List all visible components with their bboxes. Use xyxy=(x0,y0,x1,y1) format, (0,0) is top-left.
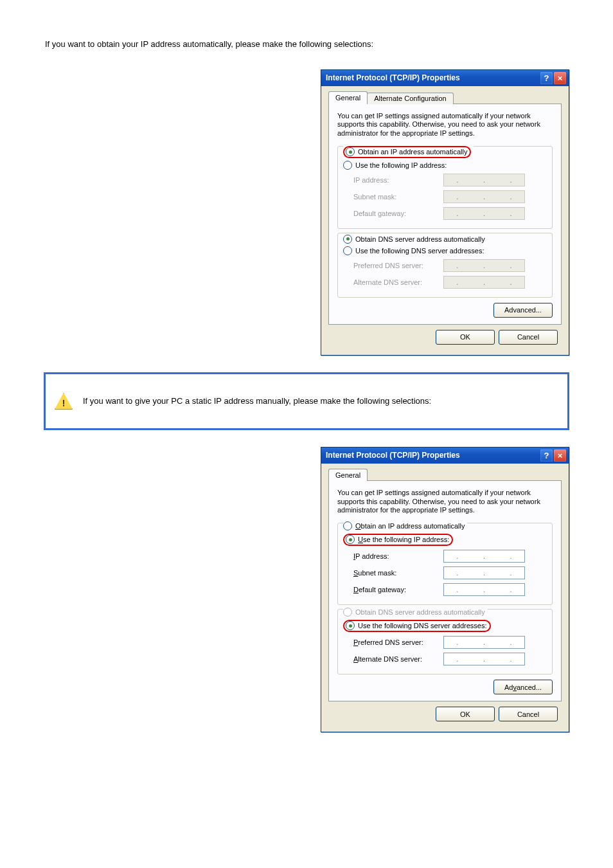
cancel-button[interactable]: Cancel xyxy=(499,707,558,721)
radio-ip-manual[interactable] xyxy=(343,161,352,170)
input-gateway[interactable]: ... xyxy=(443,583,525,596)
tab-general[interactable]: General xyxy=(328,469,368,481)
input-pref-dns: ... xyxy=(443,259,525,272)
tab-bar: General xyxy=(328,469,562,481)
window-title: Internet Protocol (TCP/IP) Properties xyxy=(326,73,539,82)
tab-general[interactable]: General xyxy=(328,91,368,104)
ip-group: Obtain an IP address automatically Use t… xyxy=(337,146,553,230)
tab-panel: You can get IP settings assigned automat… xyxy=(328,480,562,701)
highlight-oval: Use the following DNS server addresses: xyxy=(343,620,491,632)
label-pref-dns: Preferred DNS server: xyxy=(353,638,443,646)
radio-dns-auto xyxy=(343,608,352,617)
ip-group: Obtain an IP address automatically Use t… xyxy=(337,523,553,605)
note-box: ! If you want to give your PC a static I… xyxy=(44,372,569,430)
input-subnet[interactable]: ... xyxy=(443,566,525,579)
ok-button[interactable]: OK xyxy=(436,707,495,721)
description-text: You can get IP settings assigned automat… xyxy=(337,489,553,515)
input-alt-dns[interactable]: ... xyxy=(443,653,525,665)
note-text: If you want to give your PC a static IP … xyxy=(83,395,431,407)
advanced-button[interactable]: Advanced... xyxy=(493,680,553,694)
label-ip-auto: Obtain an IP address automatically xyxy=(355,522,465,530)
label-dns-auto: Obtain DNS server address automatically xyxy=(355,608,485,616)
close-button[interactable]: × xyxy=(554,72,566,84)
window-title: Internet Protocol (TCP/IP) Properties xyxy=(326,451,539,460)
radio-dns-manual[interactable] xyxy=(343,246,352,255)
help-button[interactable]: ? xyxy=(540,72,553,84)
ok-button[interactable]: OK xyxy=(436,330,495,345)
label-gateway: Default gateway: xyxy=(353,210,443,217)
tcpip-dialog-static: Internet Protocol (TCP/IP) Properties ? … xyxy=(321,447,569,732)
advanced-button[interactable]: Advanced... xyxy=(493,303,553,318)
label-ip-auto: Obtain an IP address automatically xyxy=(358,148,467,156)
input-alt-dns: ... xyxy=(443,276,525,289)
tcpip-dialog-auto: Internet Protocol (TCP/IP) Properties ? … xyxy=(321,69,569,356)
input-pref-dns[interactable]: ... xyxy=(443,636,525,649)
input-subnet: ... xyxy=(443,190,525,203)
lead-paragraph: If you want to obtain your IP address au… xyxy=(45,39,569,50)
close-button[interactable]: × xyxy=(554,449,566,462)
highlight-oval: Use the following IP address: xyxy=(343,534,453,546)
radio-dns-manual[interactable] xyxy=(346,621,355,630)
warning-icon: ! xyxy=(55,393,73,410)
label-ip-manual: Use the following IP address: xyxy=(358,536,449,543)
titlebar: Internet Protocol (TCP/IP) Properties ? … xyxy=(321,70,569,86)
tab-alternate[interactable]: Alternate Configuration xyxy=(367,93,454,104)
tab-panel: You can get IP settings assigned automat… xyxy=(328,104,562,325)
label-gateway: Default gateway: xyxy=(353,586,443,593)
input-ip-address: ... xyxy=(443,174,525,186)
label-subnet: Subnet mask: xyxy=(353,193,443,201)
label-ip-address: IP address: xyxy=(353,176,443,184)
input-ip-address[interactable]: ... xyxy=(443,550,525,563)
dns-group: Obtain DNS server address automatically … xyxy=(337,233,553,298)
label-alt-dns: Alternate DNS server: xyxy=(353,278,443,286)
radio-ip-auto[interactable] xyxy=(346,147,355,156)
description-text: You can get IP settings assigned automat… xyxy=(337,112,553,138)
label-dns-manual: Use the following DNS server addresses: xyxy=(355,247,484,255)
radio-dns-auto[interactable] xyxy=(343,235,352,244)
label-dns-manual: Use the following DNS server addresses: xyxy=(358,622,487,629)
dns-group: Obtain DNS server address automatically … xyxy=(337,609,553,674)
label-ip-manual: Use the following IP address: xyxy=(355,161,447,169)
label-alt-dns: Alternate DNS server: xyxy=(353,655,443,663)
radio-ip-manual[interactable] xyxy=(346,535,355,544)
highlight-oval: Obtain an IP address automatically xyxy=(343,146,471,158)
radio-ip-auto[interactable] xyxy=(343,521,352,530)
label-dns-auto: Obtain DNS server address automatically xyxy=(355,235,485,243)
label-subnet: Subnet mask: xyxy=(353,569,443,577)
help-button[interactable]: ? xyxy=(540,449,553,462)
titlebar: Internet Protocol (TCP/IP) Properties ? … xyxy=(321,448,569,464)
cancel-button[interactable]: Cancel xyxy=(499,330,558,345)
label-ip-address: IP address: xyxy=(353,552,443,560)
input-gateway: ... xyxy=(443,207,525,220)
label-pref-dns: Preferred DNS server: xyxy=(353,262,443,269)
tab-bar: General Alternate Configuration xyxy=(328,91,562,104)
